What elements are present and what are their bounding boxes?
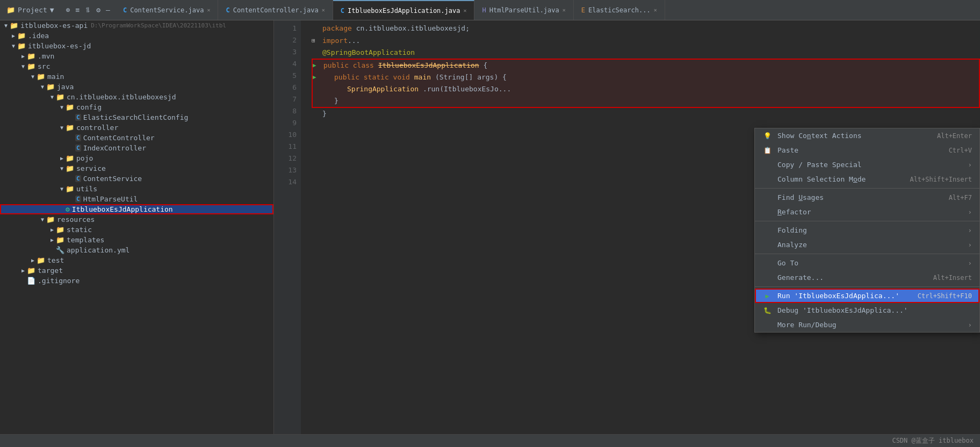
folder-icon: 📁 (46, 215, 55, 224)
menu-item-paste[interactable]: 📋 Paste Ctrl+V (755, 143, 979, 157)
menu-item-more-run[interactable]: More Run/Debug › (755, 318, 979, 332)
project-title[interactable]: 📁 Project ▼ (0, 6, 61, 14)
sidebar-item-java[interactable]: ▼ 📁 java (0, 82, 273, 92)
arrow-icon: ▼ (39, 84, 46, 90)
menu-item-debug[interactable]: 🐛 Debug 'ItblueboxEsJdApplica...' (755, 303, 979, 318)
add-icon[interactable]: ⊕ (66, 6, 70, 14)
code-text: public static void main (String[] args) … (334, 71, 507, 83)
sidebar-item-config[interactable]: ▼ 📁 config (0, 102, 273, 112)
status-text: CSDN @蓝盒子 itbluebox (892, 436, 974, 445)
sidebar-item-application[interactable]: ⚙ ItblueboxEsJdApplication (0, 204, 273, 214)
tab-elastic-search[interactable]: E ElasticSearch... ✕ (574, 0, 665, 20)
git-icon: 📄 (27, 277, 35, 285)
run-gutter-icon[interactable]: ▶ (313, 60, 323, 71)
code-text: public class ItblueboxEsJdApplication { (323, 60, 487, 71)
sidebar-item-controller[interactable]: ▼ 📁 controller (0, 122, 273, 133)
tab-close-icon[interactable]: ✕ (207, 7, 210, 13)
code-editor: 1 2 3 4 5 6 7 8 9 10 11 12 13 14 package… (274, 20, 980, 434)
arrow-icon: ▼ (48, 94, 56, 100)
sidebar-item-mvn[interactable]: ▶ 📁 .mvn (0, 51, 273, 61)
sidebar-item-index-controller[interactable]: C IndexController (0, 143, 273, 153)
split-icon[interactable]: ⥮ (85, 6, 91, 14)
arrow-icon: ▶ (29, 257, 37, 263)
menu-item-show-context-actions[interactable]: 💡 Show Context Actions Alt+Enter (755, 128, 979, 143)
tab-close-icon[interactable]: ✕ (654, 7, 657, 13)
tab-close-icon[interactable]: ✕ (563, 7, 566, 13)
tab-label: ElasticSearch... (588, 6, 651, 14)
tab-application[interactable]: C ItblueboxEsJdApplication.java ✕ (333, 0, 475, 20)
submenu-arrow-icon: › (968, 321, 972, 329)
folder-icon: 📁 (56, 236, 64, 244)
sidebar-item-cn-package[interactable]: ▼ 📁 cn.itbluebox.itblueboxesjd (0, 92, 273, 102)
item-label: src (38, 62, 50, 70)
tab-content-service[interactable]: C ContentService.java ✕ (116, 0, 219, 20)
sidebar-item-test[interactable]: ▶ 📁 test (0, 255, 273, 265)
menu-item-find-usages[interactable]: Find Usages Alt+F7 (755, 190, 979, 205)
sidebar-item-service[interactable]: ▼ 📁 service (0, 163, 273, 174)
menu-item-column-selection[interactable]: Column Selection Mode Alt+Shift+Insert (755, 172, 979, 186)
settings-icon[interactable]: ⚙ (96, 6, 100, 14)
code-line-11: } (312, 95, 980, 108)
arrow-icon: ▼ (10, 43, 17, 49)
sidebar-item-src[interactable]: ▼ 📁 src (0, 61, 273, 71)
sidebar-item-content-service[interactable]: C ContentService (0, 174, 273, 184)
tab-html-parse[interactable]: H HtmlParseUtil.java ✕ (474, 0, 573, 20)
sidebar-item-pojo[interactable]: ▶ 📁 pojo (0, 153, 273, 163)
menu-shortcut: Alt+F7 (949, 194, 972, 201)
sidebar-item-root[interactable]: ▼ 📁 itbluebox-es-api D:\ProgramWorkSpace… (0, 20, 273, 31)
menu-separator-1 (755, 188, 979, 189)
menu-item-folding[interactable]: Folding › (755, 223, 979, 237)
tab-e-icon: E (581, 6, 585, 14)
sidebar-item-application-yml[interactable]: 🔧 application.yml (0, 245, 273, 255)
menu-item-copy-paste-special[interactable]: Copy / Paste Special › (755, 157, 979, 172)
item-label: .idea (28, 32, 49, 40)
item-label: ElasticSearchClientConfig (83, 113, 189, 121)
sidebar-item-gitignore[interactable]: 📄 .gitignore (0, 276, 273, 286)
tab-content-controller[interactable]: C ContentController.java ✕ (218, 0, 333, 20)
item-label: .gitignore (38, 277, 80, 285)
sidebar-item-target[interactable]: ▶ 📁 target (0, 265, 273, 276)
collapse-icon[interactable]: ⊞ (312, 37, 315, 44)
arrow-icon: ▼ (58, 125, 66, 131)
sidebar-item-elastic-config[interactable]: C ElasticSearchClientConfig (0, 112, 273, 122)
sidebar-item-utils[interactable]: ▼ 📁 utils (0, 184, 273, 194)
code-line-13: } (312, 108, 980, 120)
menu-label: Go To (777, 259, 962, 267)
menu-item-run[interactable]: ▶ Run 'ItblueboxEsJdApplica...' Ctrl+Shi… (755, 289, 979, 303)
arrow-icon: ▼ (29, 74, 37, 80)
sidebar-item-main[interactable]: ▼ 📁 main (0, 71, 273, 82)
tabs-container: C ContentService.java ✕ C ContentControl… (116, 0, 980, 20)
arrow-icon: ▶ (48, 237, 56, 243)
menu-shortcut: Ctrl+V (949, 147, 972, 154)
sidebar-item-html-parse-util[interactable]: C HtmlParseUtil (0, 194, 273, 204)
list-icon[interactable]: ≡ (75, 6, 80, 14)
tab-close-icon[interactable]: ✕ (322, 7, 325, 13)
menu-label: Copy / Paste Special (777, 161, 962, 169)
menu-item-generate[interactable]: Generate... Alt+Insert (755, 270, 979, 285)
tab-c-icon: C (341, 7, 344, 15)
project-dropdown-icon[interactable]: ▼ (50, 6, 54, 14)
run-gutter-icon[interactable]: ▶ (313, 71, 323, 83)
item-label: itbluebox-es-api (20, 21, 88, 30)
sidebar-item-idea[interactable]: ▶ 📁 .idea (0, 31, 273, 41)
minimize-icon[interactable]: – (106, 6, 110, 14)
submenu-arrow-icon: › (968, 161, 972, 169)
arrow-icon: ▶ (10, 33, 17, 39)
class-icon: C (75, 145, 81, 152)
code-text: } (334, 95, 338, 107)
menu-item-refactor[interactable]: Refactor › (755, 205, 979, 219)
tab-close-icon[interactable]: ✕ (463, 8, 466, 13)
menu-label: Column Selection Mode (777, 175, 904, 183)
sidebar-item-content-controller[interactable]: C ContentController (0, 133, 273, 143)
sidebar-item-resources[interactable]: ▼ 📁 resources (0, 214, 273, 225)
item-label: ContentController (83, 134, 155, 142)
sidebar-item-templates[interactable]: ▶ 📁 templates (0, 235, 273, 245)
menu-shortcut: Alt+Shift+Insert (910, 176, 972, 183)
item-label: .mvn (38, 52, 54, 60)
sidebar-item-static[interactable]: ▶ 📁 static (0, 225, 273, 235)
code-line-6: @SpringBootApplication (312, 47, 980, 59)
menu-item-analyze[interactable]: Analyze › (755, 237, 979, 252)
status-bar: CSDN @蓝盒子 itbluebox (0, 434, 980, 447)
menu-item-goto[interactable]: Go To › (755, 256, 979, 270)
sidebar-item-itbluebox-es-jd[interactable]: ▼ 📁 itbluebox-es-jd (0, 41, 273, 51)
